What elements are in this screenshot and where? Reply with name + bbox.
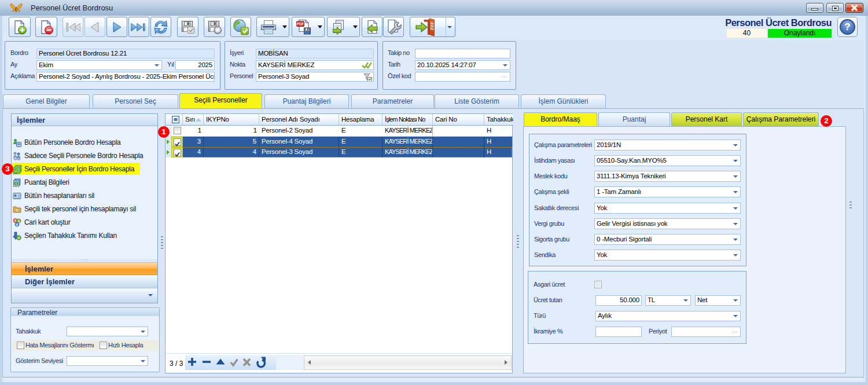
svg-text:1: 1 [15,169,17,173]
svg-text:1: 1 [15,182,17,185]
svg-text:PDF: PDF [296,21,304,25]
